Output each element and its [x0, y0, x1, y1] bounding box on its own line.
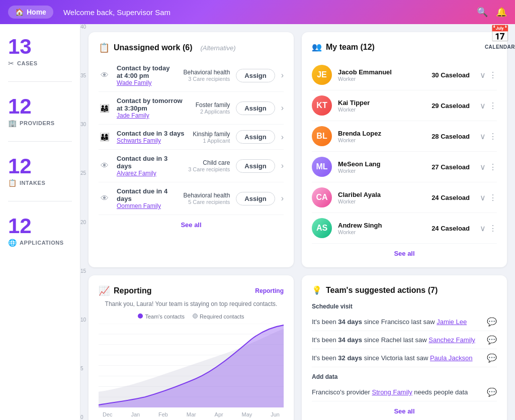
work-info-1: Contact by tomorrow at 3:30pm Jade Famil… [117, 97, 190, 119]
assign-button-1[interactable]: Assign [236, 101, 275, 115]
suggestion-section-schedule: Schedule visit [312, 303, 497, 310]
work-link-3[interactable]: Alvarez Family [117, 170, 182, 177]
chevron-button-1[interactable]: › [281, 103, 284, 113]
team-actions-5: ∨ ⋮ [480, 224, 497, 233]
applications-number: 12 [8, 216, 32, 237]
team-actions-3: ∨ ⋮ [480, 162, 497, 172]
team-member-5: AS Andrew Singh Worker 24 Caseload ∨ ⋮ [312, 213, 497, 244]
team-more-4[interactable]: ⋮ [489, 193, 497, 202]
suggestion-link-sanchez[interactable]: Sanchez Family [428, 336, 475, 344]
intakes-icon: 📋 [8, 179, 17, 187]
team-chevron-0[interactable]: ∨ [480, 70, 486, 80]
work-title-2: Contact due in 3 days [117, 130, 187, 137]
unassigned-see-all[interactable]: See all [99, 221, 284, 229]
suggestion-item-0: It's been 34 days since Francisco last s… [312, 313, 497, 331]
suggestions-see-all[interactable]: See all [312, 407, 497, 415]
assign-button-2[interactable]: Assign [236, 130, 275, 144]
work-item-4: 👁 Contact due in 4 days Oommen Family Be… [99, 182, 284, 215]
work-title-3: Contact due in 3 days [117, 155, 182, 170]
y-axis: 4035302520151050 [80, 24, 88, 420]
suggestion-link-paula[interactable]: Paula Jackson [430, 354, 473, 362]
chat-icon-3[interactable]: 💬 [487, 387, 497, 397]
team-info-0: Jacob Emmanuel Worker [338, 68, 425, 82]
chat-icon-1[interactable]: 💬 [487, 335, 497, 345]
assign-button-4[interactable]: Assign [236, 192, 275, 205]
team-more-5[interactable]: ⋮ [489, 224, 497, 233]
team-title: 👥 My team (12) [312, 42, 497, 52]
team-info-2: Brenda Lopez Worker [338, 130, 425, 143]
work-item-3: 👁 Contact due in 3 days Alvarez Family C… [99, 150, 284, 182]
cases-icon: ✂ [8, 59, 14, 67]
chart-svg [99, 324, 284, 407]
calendar-icon: 📅 [490, 24, 510, 43]
calendar-button[interactable]: 📅 CALENDAR [485, 24, 515, 50]
team-info-4: Claribel Ayala Worker [338, 191, 425, 204]
team-chevron-2[interactable]: ∨ [480, 132, 486, 141]
sidebar-item-intakes[interactable]: 12 📋 INTAKES [8, 156, 72, 187]
chart-x-labels: DecJanFebMarAprMayJun [99, 411, 284, 417]
team-see-all[interactable]: See all [312, 250, 497, 257]
sidebar-divider-3 [8, 201, 72, 201]
team-more-3[interactable]: ⋮ [489, 162, 497, 172]
chart-area: DecJanFebMarAprMayJun [99, 324, 284, 407]
work-title-4: Contact due in 4 days [117, 187, 178, 202]
sidebar-item-applications[interactable]: 12 🌐 APPLICATIONS [8, 216, 72, 247]
chat-icon-2[interactable]: 💬 [487, 353, 497, 363]
welcome-text: Welcome back, Supervisor Sam [63, 8, 467, 17]
cases-number: 13 [8, 36, 32, 57]
team-more-1[interactable]: ⋮ [489, 101, 497, 111]
suggestion-link-jamie[interactable]: Jamie Lee [437, 318, 467, 326]
chevron-button-3[interactable]: › [281, 161, 284, 170]
team-more-2[interactable]: ⋮ [489, 132, 497, 141]
work-icon-3: 👁 [99, 161, 111, 170]
notification-icon[interactable]: 🔔 [496, 7, 507, 18]
search-icon[interactable]: 🔍 [477, 7, 488, 18]
avatar-jacob: JE [312, 65, 332, 85]
work-link-4[interactable]: Oommen Family [117, 202, 178, 209]
team-chevron-3[interactable]: ∨ [480, 162, 486, 172]
work-link-2[interactable]: Schwarts Family [117, 137, 187, 144]
chevron-button-0[interactable]: › [281, 71, 284, 80]
avatar-andrew: AS [312, 218, 332, 238]
sidebar-item-providers[interactable]: 12 🏢 PROVIDERS [8, 96, 72, 127]
team-chevron-4[interactable]: ∨ [480, 193, 486, 202]
unassigned-title: Unassigned work (6) [114, 43, 192, 52]
suggestion-item-1: It's been 34 days since Rachel last saw … [312, 331, 497, 349]
assign-button-0[interactable]: Assign [236, 69, 275, 82]
team-more-0[interactable]: ⋮ [489, 70, 497, 80]
avatar-kai: KT [312, 95, 332, 116]
home-button[interactable]: 🏠 Home [8, 6, 53, 19]
work-link-1[interactable]: Jade Family [117, 112, 190, 119]
team-member-2: BL Brenda Lopez Worker 28 Caseload ∨ ⋮ [312, 121, 497, 152]
work-title-0: Contact by today at 4:00 pm [117, 64, 178, 79]
work-type-1: Foster family 2 Applicants [196, 101, 230, 115]
unassigned-work-card: 📋 Unassigned work (6) (Alternative) 👁 Co… [89, 32, 294, 267]
sidebar-divider-2 [8, 141, 72, 142]
chart-legend: Team's contacts Required contacts [99, 313, 284, 320]
calendar-label: CALENDAR [485, 44, 515, 50]
team-actions-1: ∨ ⋮ [480, 101, 497, 111]
chat-icon-0[interactable]: 💬 [487, 317, 497, 327]
work-item-0: 👁 Contact by today at 4:00 pm Wade Famil… [99, 59, 284, 92]
applications-label: APPLICATIONS [20, 240, 64, 246]
team-member-1: KT Kai Tipper Worker 29 Caseload ∨ ⋮ [312, 90, 497, 121]
home-label: Home [27, 8, 46, 16]
suggestion-item-3: Francisco's provider Strong Family needs… [312, 383, 497, 401]
team-chevron-5[interactable]: ∨ [480, 224, 486, 233]
nav-icons: 🔍 🔔 [477, 7, 507, 18]
work-link-0[interactable]: Wade Family [117, 79, 178, 86]
sidebar-item-cases[interactable]: 13 ✂ CASES [8, 36, 72, 67]
reporting-link[interactable]: Reporting [255, 287, 284, 294]
chevron-button-2[interactable]: › [281, 133, 284, 142]
assign-button-3[interactable]: Assign [236, 159, 275, 173]
team-actions-0: ∨ ⋮ [480, 70, 497, 80]
providers-label: PROVIDERS [20, 120, 55, 126]
suggestion-link-strong[interactable]: Strong Family [372, 388, 412, 396]
work-info-0: Contact by today at 4:00 pm Wade Family [117, 64, 178, 86]
team-chevron-1[interactable]: ∨ [480, 101, 486, 111]
legend-team: Team's contacts [138, 313, 185, 320]
chevron-button-4[interactable]: › [281, 194, 284, 203]
suggestion-section-add: Add data [312, 373, 497, 380]
reporting-card: 📈 Reporting Reporting Thank you, Laura! … [89, 275, 294, 420]
work-icon-4: 👁 [99, 194, 111, 203]
